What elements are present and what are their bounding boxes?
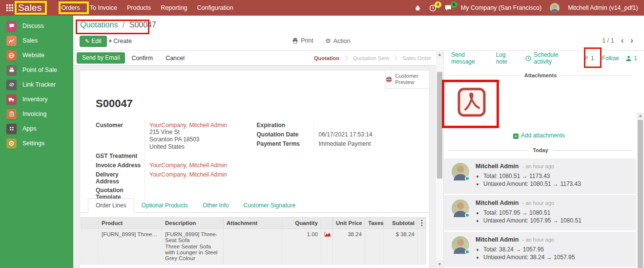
message-item: Mitchell Admin - an hour ago Total: 1080…: [444, 158, 636, 194]
stage-chevron-icon: [342, 55, 348, 61]
delivery-address-link[interactable]: YourCompany, Mitchell Admin: [149, 171, 227, 178]
scroll-up-icon[interactable]: ▲: [436, 51, 443, 58]
sidebar-item-website[interactable]: Website: [0, 48, 73, 63]
main-scrollbar[interactable]: ▲ ▼: [436, 51, 443, 268]
taxes-cell[interactable]: [365, 229, 384, 265]
messages-chat-icon[interactable]: 5: [445, 4, 453, 11]
avatar[interactable]: [452, 200, 469, 217]
attachment-cell[interactable]: [224, 229, 282, 265]
attachments-toggle-button[interactable]: 1: [583, 55, 594, 62]
subtotal-column-header[interactable]: Subtotal: [384, 218, 418, 229]
edit-button[interactable]: ✎Edit: [80, 36, 107, 47]
gear-icon: ⚙: [325, 37, 331, 45]
sidebar-item-label: Point of Sale: [22, 67, 57, 73]
stage-quotation-sent[interactable]: Quotation Sent: [353, 55, 389, 61]
activities-badge: 4: [435, 1, 441, 8]
quantity-cell[interactable]: 1.00: [282, 229, 321, 265]
user-avatar[interactable]: [550, 3, 560, 13]
unit-price-cell[interactable]: 38.24: [333, 229, 365, 265]
pager-previous-icon[interactable]: ‹: [621, 38, 624, 44]
schedule-activity-button[interactable]: Schedule activity: [525, 51, 575, 65]
sidebar-item-apps[interactable]: Apps: [0, 121, 73, 136]
message-author[interactable]: Mitchell Admin: [476, 163, 519, 170]
attachment-column-header[interactable]: Attachment: [224, 218, 282, 229]
scroll-down-icon[interactable]: ▼: [436, 261, 443, 268]
gst-treatment-label: GST Treatment: [96, 152, 145, 161]
forecast-column-header: [321, 218, 333, 229]
product-cell[interactable]: [FURN_8999] Three-Seat ...: [99, 229, 162, 265]
debug-bug-icon[interactable]: [415, 5, 421, 11]
row-handle-cell[interactable]: [81, 229, 99, 265]
customer-link[interactable]: YourCompany, Mitchell Admin: [149, 122, 227, 129]
avatar[interactable]: [452, 236, 469, 254]
breadcrumb-quotations-link[interactable]: Quotations: [80, 21, 118, 29]
log-note-button[interactable]: Log note: [496, 51, 518, 65]
sidebar-item-point-of-sale[interactable]: Point of Sale: [0, 63, 73, 77]
company-switcher[interactable]: My Company (San Francisco): [461, 4, 541, 11]
tab-other-info[interactable]: Other Info: [195, 199, 236, 212]
expiration-label: Expiration: [257, 121, 314, 130]
pdf-attachment-thumbnail[interactable]: [457, 87, 486, 117]
unit-price-column-header[interactable]: Unit Price: [333, 218, 365, 229]
tab-optional-products[interactable]: Optional Products: [134, 199, 195, 212]
sidebar-item-label: Sales: [22, 37, 38, 44]
menu-reporting[interactable]: Reporting: [156, 0, 192, 16]
paperclip-icon: [583, 55, 589, 62]
print-button[interactable]: Print: [292, 37, 313, 44]
gst-treatment-value[interactable]: [145, 152, 257, 161]
add-attachments-button[interactable]: +Add attachments: [444, 132, 634, 139]
forecast-chart-icon[interactable]: [321, 229, 333, 265]
quantity-column-header[interactable]: Quantity: [282, 218, 321, 229]
scrollbar-thumb[interactable]: [437, 72, 442, 179]
cancel-button[interactable]: Cancel: [159, 53, 191, 63]
create-button[interactable]: +Create: [108, 38, 132, 45]
sidebar-item-settings[interactable]: ⚙ Settings: [0, 136, 73, 151]
menu-to-invoice[interactable]: To Invoice: [85, 0, 122, 16]
sidebar-item-sales[interactable]: Sales: [0, 33, 73, 48]
sidebar-item-link-tracker[interactable]: Link Tracker: [0, 77, 73, 92]
pager-next-icon[interactable]: ›: [630, 38, 633, 44]
sidebar-item-invoicing[interactable]: Invoicing: [0, 107, 73, 121]
send-by-email-button[interactable]: Send by Email: [77, 52, 125, 64]
taxes-column-header[interactable]: Taxes: [365, 218, 384, 229]
order-lines-table: Product Description Attachment Quantity …: [81, 217, 425, 265]
sidebar-item-inventory[interactable]: Inventory: [0, 92, 73, 107]
menu-orders[interactable]: Orders: [57, 0, 85, 16]
delivery-address-label: Delivery Address: [96, 170, 145, 186]
tab-customer-signature[interactable]: Customer Signature: [236, 199, 303, 212]
invoice-address-link[interactable]: YourCompany, Mitchell Admin: [149, 162, 227, 169]
current-app-name[interactable]: Sales: [18, 2, 42, 13]
stage-sales-order[interactable]: Sales Order: [402, 55, 431, 61]
message-author[interactable]: Mitchell Admin: [476, 236, 519, 243]
order-line-row[interactable]: [FURN_8999] Three-Seat ... [FURN_8999] T…: [81, 229, 426, 265]
description-cell[interactable]: [FURN_8999] Three-Seat Sofa Three Seater…: [162, 229, 224, 265]
menu-configuration[interactable]: Configuration: [192, 0, 238, 16]
sidebar-item-discuss[interactable]: Discuss: [0, 19, 73, 33]
action-button[interactable]: ⚙ Action: [325, 37, 350, 45]
product-column-header[interactable]: Product: [99, 218, 162, 229]
payment-terms-value[interactable]: Immediate Payment: [314, 139, 418, 149]
website-app-icon: [6, 50, 17, 61]
followers-button[interactable]: 1: [625, 55, 637, 62]
message-time: - an hour ago: [522, 163, 554, 169]
menu-products[interactable]: Products: [122, 0, 156, 16]
follow-button[interactable]: Follow: [602, 55, 619, 62]
confirm-button[interactable]: Confirm: [125, 53, 159, 63]
expiration-value[interactable]: [314, 121, 418, 130]
avatar[interactable]: [452, 163, 469, 180]
sidebar-item-label: Discuss: [22, 22, 44, 29]
message-author[interactable]: Mitchell Admin: [476, 200, 519, 206]
scrollbar-thumb[interactable]: [638, 120, 643, 268]
stage-quotation[interactable]: Quotation: [314, 55, 339, 61]
description-column-header[interactable]: Description: [162, 218, 224, 229]
customer-preview-button[interactable]: Customer Preview: [385, 70, 429, 89]
scroll-up-icon[interactable]: ▲: [637, 112, 644, 119]
apps-grid-icon[interactable]: [6, 4, 13, 11]
optional-columns-icon[interactable]: [418, 218, 426, 229]
customer-city: Scranton PA 18503: [149, 136, 257, 143]
chatter-scrollbar[interactable]: ▲ ▼: [637, 112, 644, 268]
user-menu[interactable]: Mitchell Admin (v14_pdf1): [568, 4, 638, 11]
send-message-button[interactable]: Send message: [451, 51, 488, 65]
tab-order-lines[interactable]: Order Lines: [88, 199, 134, 213]
activities-clock-icon[interactable]: 4: [429, 4, 436, 12]
